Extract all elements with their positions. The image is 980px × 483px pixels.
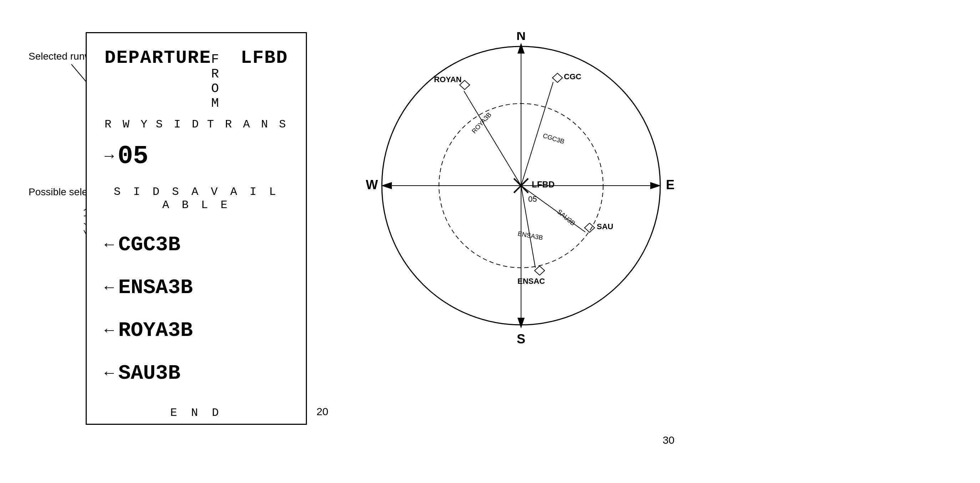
sid-item-cgc3b[interactable]: ← CGC3B: [105, 233, 288, 256]
sids-available-label: S I D S A V A I L A B L E: [105, 185, 288, 212]
cgc3b-path-label: CGC3B: [542, 132, 565, 145]
runway-value: 05: [118, 142, 148, 171]
sid-sau3b-name: SAU3B: [118, 362, 180, 385]
main-container: Selected runway Possible selections DEPA…: [0, 0, 980, 483]
sid-roya3b-arrow: ←: [105, 322, 114, 340]
rwy-col-label: R W Y: [105, 118, 150, 131]
airport-label: LFBD: [240, 48, 288, 69]
runway-selection-arrow: →: [105, 147, 114, 165]
fmc-display: DEPARTURE F R O M LFBD R W Y S I D T R A…: [86, 32, 307, 425]
sid-sau3b-arrow: ←: [105, 365, 114, 383]
airport-center-label: LFBD: [532, 180, 555, 189]
west-label: W: [366, 177, 378, 192]
sid-ensa3b-arrow: ←: [105, 279, 114, 296]
left-panel: Selected runway Possible selections DEPA…: [29, 21, 321, 450]
sid-item-roya3b[interactable]: ← ROYA3B: [105, 319, 288, 342]
compass-diagram: N S E W LFBD 05: [364, 32, 678, 354]
sid-item-ensa3b[interactable]: ← ENSA3B: [105, 276, 288, 299]
departure-label: DEPARTURE: [105, 48, 211, 69]
sid-cgc3b-arrow: ←: [105, 236, 114, 254]
ensac-diamond: [535, 266, 545, 275]
from-label: F R O M: [211, 52, 240, 111]
end-label: E N D: [105, 406, 288, 419]
compass-svg: N S E W LFBD 05: [364, 32, 678, 354]
sid-ensa3b-name: ENSA3B: [118, 276, 193, 299]
royan-label: ROYAN: [434, 75, 461, 84]
sid-cgc3b-name: CGC3B: [118, 233, 180, 256]
svg-line-20: [521, 186, 585, 232]
runway-row: → 05: [105, 142, 288, 171]
sau3b-path-label: SAU3B: [556, 208, 576, 227]
sid-roya3b-name: ROYA3B: [118, 319, 193, 342]
sid-item-sau3b[interactable]: ← SAU3B: [105, 362, 288, 385]
right-panel: N S E W LFBD 05: [364, 32, 685, 425]
south-label: S: [517, 332, 525, 346]
svg-marker-13: [650, 182, 661, 189]
svg-line-18: [464, 91, 521, 186]
east-label: E: [666, 177, 675, 192]
sau-diamond: [585, 223, 595, 233]
svg-marker-9: [517, 43, 525, 54]
sid-col-label: S I D: [156, 118, 201, 131]
ensac-label: ENSAC: [517, 277, 545, 285]
cgc-label: CGC: [564, 72, 581, 81]
trans-col-label: T R A N S: [207, 118, 288, 131]
ref-number-20: 20: [317, 405, 328, 418]
fmc-subheader: R W Y S I D T R A N S: [105, 118, 288, 131]
svg-marker-15: [381, 182, 392, 189]
ref-number-30: 30: [663, 434, 675, 446]
cgc-diamond: [552, 73, 562, 83]
north-label: N: [516, 32, 526, 43]
roya3b-path-label: ROYA3B: [470, 111, 493, 135]
svg-marker-11: [517, 318, 525, 328]
sau-label: SAU: [597, 222, 613, 231]
fmc-header: DEPARTURE F R O M LFBD: [105, 48, 288, 111]
